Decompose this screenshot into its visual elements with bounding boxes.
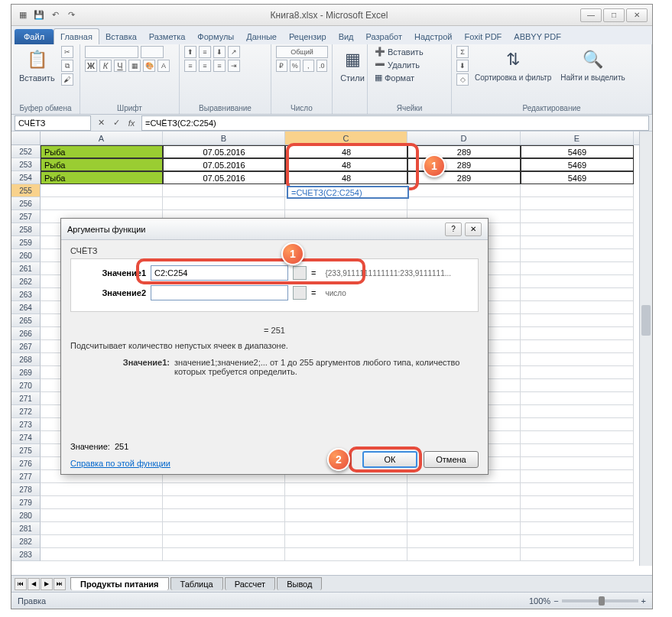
cell[interactable]: [41, 535, 163, 548]
zoom-in-icon[interactable]: +: [641, 596, 646, 606]
row-header[interactable]: 263: [11, 288, 41, 301]
name-box[interactable]: СЧЁТЗ: [15, 115, 91, 131]
layout-tab[interactable]: Разметка: [143, 29, 192, 44]
cell[interactable]: 07.05.2016: [163, 145, 285, 158]
col-B[interactable]: B: [163, 132, 285, 145]
row-header[interactable]: 257: [11, 210, 41, 223]
cell[interactable]: [407, 535, 521, 548]
row-header[interactable]: 255: [11, 184, 41, 197]
cell[interactable]: 289: [407, 145, 521, 158]
clear-icon[interactable]: ◇: [456, 73, 469, 86]
spreadsheet-grid[interactable]: A B C D E 252 Рыба 07.05.2016 48 289 546…: [11, 132, 652, 566]
cell[interactable]: [521, 548, 634, 561]
cell[interactable]: [521, 184, 634, 197]
cell[interactable]: [521, 249, 634, 262]
maximize-button[interactable]: □: [603, 8, 625, 22]
align-left-icon[interactable]: ≡: [184, 60, 196, 72]
sheet-tab-4[interactable]: Вывод: [277, 577, 322, 590]
save-icon[interactable]: 💾: [32, 8, 46, 22]
row-header[interactable]: 269: [11, 366, 41, 379]
insert-tab[interactable]: Вставка: [99, 29, 143, 44]
row-header[interactable]: 253: [11, 158, 41, 171]
cell[interactable]: 48: [285, 171, 407, 184]
cell[interactable]: [41, 184, 163, 197]
cell[interactable]: [521, 405, 634, 418]
row-header[interactable]: 267: [11, 340, 41, 353]
row-header[interactable]: 252: [11, 145, 41, 158]
minimize-button[interactable]: —: [580, 8, 602, 22]
cell[interactable]: [163, 509, 285, 522]
align-center-icon[interactable]: ≡: [199, 60, 211, 72]
cell[interactable]: [521, 353, 634, 366]
cell[interactable]: [41, 548, 163, 561]
font-color-icon[interactable]: A: [157, 60, 170, 72]
row-header[interactable]: 282: [11, 535, 41, 548]
file-tab[interactable]: Файл: [15, 29, 54, 44]
arg1-range-button[interactable]: [293, 266, 307, 280]
dec-inc-icon[interactable]: .0: [317, 60, 328, 72]
row-header[interactable]: 272: [11, 405, 41, 418]
font-family[interactable]: [85, 46, 138, 58]
cell[interactable]: [521, 483, 634, 496]
align-bot-icon[interactable]: ⬇: [213, 46, 226, 58]
review-tab[interactable]: Рецензир: [283, 29, 333, 44]
cell[interactable]: [407, 509, 521, 522]
cell[interactable]: [521, 275, 634, 288]
cell[interactable]: [521, 444, 634, 457]
cell[interactable]: [163, 522, 285, 535]
ok-button[interactable]: ОК: [362, 451, 417, 468]
row-header[interactable]: 254: [11, 171, 41, 184]
cell[interactable]: [521, 509, 634, 522]
row-header[interactable]: 280: [11, 509, 41, 522]
scrollbar-thumb[interactable]: [641, 305, 651, 336]
zoom-out-icon[interactable]: −: [554, 596, 558, 606]
italic-icon[interactable]: К: [99, 60, 112, 72]
redo-icon[interactable]: ↷: [64, 8, 78, 22]
cell[interactable]: [521, 522, 634, 535]
row-header[interactable]: 277: [11, 470, 41, 483]
row-header[interactable]: 262: [11, 275, 41, 288]
arg2-range-button[interactable]: [293, 286, 307, 300]
dialog-close-button[interactable]: ✕: [465, 222, 482, 236]
indent-icon[interactable]: ⇥: [228, 60, 240, 72]
cell[interactable]: [41, 496, 163, 509]
cell[interactable]: [407, 483, 521, 496]
fx-icon[interactable]: fx: [125, 116, 138, 130]
dialog-help-link[interactable]: Справка по этой функции: [70, 459, 170, 468]
cell[interactable]: [163, 548, 285, 561]
col-A[interactable]: A: [41, 132, 163, 145]
sort-filter-button[interactable]: ⇅Сортировка и фильтр: [472, 46, 554, 83]
row-header[interactable]: 259: [11, 236, 41, 249]
select-all-corner[interactable]: [11, 132, 41, 145]
sheet-prev-icon[interactable]: ◀: [28, 578, 40, 590]
row-header[interactable]: 268: [11, 353, 41, 366]
cell[interactable]: [285, 522, 407, 535]
cell[interactable]: [285, 548, 407, 561]
cell[interactable]: [407, 496, 521, 509]
cell[interactable]: [41, 509, 163, 522]
fill-icon2[interactable]: ⬇: [456, 60, 469, 72]
cell[interactable]: [521, 470, 634, 483]
fill-icon[interactable]: 🎨: [143, 60, 155, 72]
cell[interactable]: [521, 236, 634, 249]
insert-cells[interactable]: ➕Вставить: [372, 46, 426, 57]
cell[interactable]: [285, 535, 407, 548]
addins-tab[interactable]: Надстрой: [408, 29, 458, 44]
cell[interactable]: [285, 197, 407, 210]
sheet-tab-1[interactable]: Продукты питания: [70, 577, 169, 590]
formula-bar[interactable]: =СЧЁТЗ(C2:C254): [141, 115, 649, 131]
cancel-formula-icon[interactable]: ✕: [94, 116, 108, 130]
cell[interactable]: [163, 184, 285, 197]
dialog-help-button[interactable]: ?: [445, 222, 462, 236]
cell[interactable]: [521, 262, 634, 275]
row-header[interactable]: 260: [11, 249, 41, 262]
dialog-titlebar[interactable]: Аргументы функции ?✕: [61, 219, 488, 240]
cell[interactable]: [41, 197, 163, 210]
zoom-thumb[interactable]: [599, 596, 605, 606]
undo-icon[interactable]: ↶: [48, 8, 62, 22]
cell[interactable]: 07.05.2016: [163, 171, 285, 184]
row-header[interactable]: 261: [11, 262, 41, 275]
row-header[interactable]: 258: [11, 223, 41, 236]
cell[interactable]: [285, 496, 407, 509]
active-cell-formula[interactable]: =СЧЕТЗ(C2:C254): [287, 186, 409, 199]
